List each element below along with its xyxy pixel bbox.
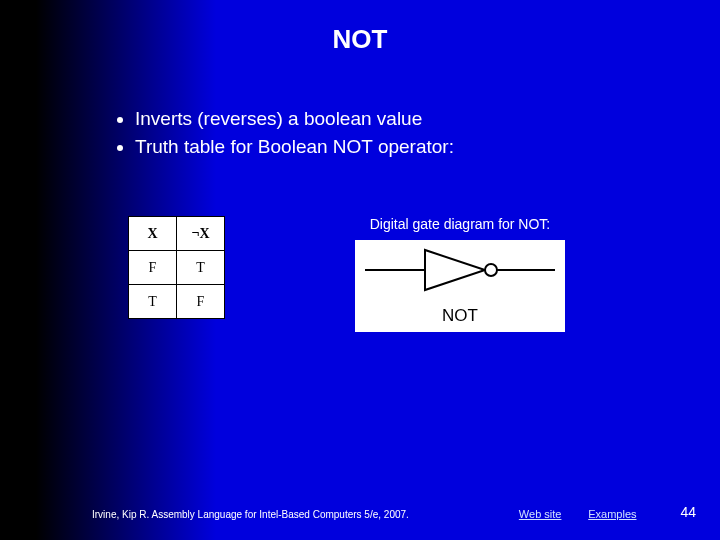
gate-diagram: NOT [355, 240, 565, 332]
footer-link-website[interactable]: Web site [519, 508, 562, 520]
truth-cell: T [129, 285, 177, 319]
gate-caption: Digital gate diagram for NOT: [355, 216, 565, 232]
truth-cell: F [129, 251, 177, 285]
truth-cell: F [177, 285, 225, 319]
bullet-list: Inverts (reverses) a boolean value Truth… [115, 105, 720, 160]
gate-diagram-column: Digital gate diagram for NOT: NOT [355, 216, 565, 332]
svg-point-2 [485, 264, 497, 276]
truth-header-x: X [129, 217, 177, 251]
footer-links: Web site Examples [519, 508, 661, 520]
bullet-item: Truth table for Boolean NOT operator: [135, 133, 720, 161]
truth-cell: T [177, 251, 225, 285]
footer-citation: Irvine, Kip R. Assembly Language for Int… [92, 509, 409, 520]
truth-table: X ¬X F T T F [128, 216, 225, 319]
svg-marker-1 [425, 250, 485, 290]
gate-label: NOT [355, 306, 565, 326]
footer-link-examples[interactable]: Examples [588, 508, 636, 520]
truth-header-notx: ¬X [177, 217, 225, 251]
slide-title: NOT [0, 0, 720, 55]
slide-footer: Irvine, Kip R. Assembly Language for Int… [0, 504, 720, 520]
content-row: X ¬X F T T F Digital gate diagram for NO… [0, 216, 720, 332]
page-number: 44 [680, 504, 696, 520]
bullet-item: Inverts (reverses) a boolean value [135, 105, 720, 133]
not-gate-icon [355, 240, 565, 305]
